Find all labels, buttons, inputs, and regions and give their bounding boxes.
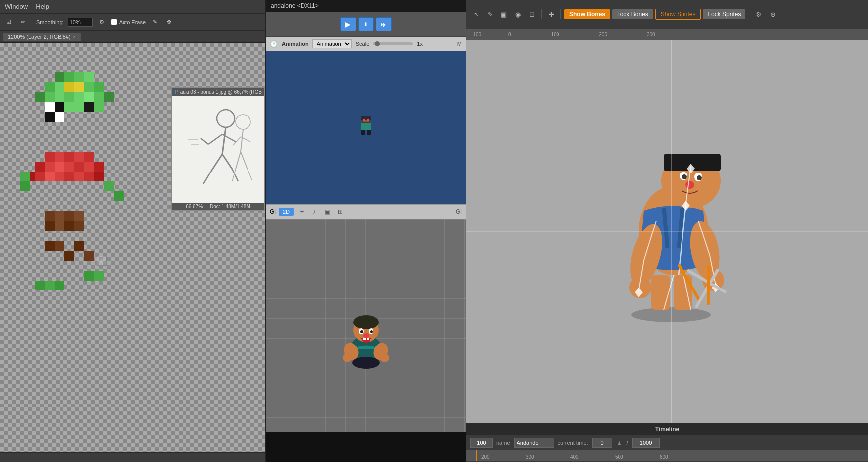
svg-rect-37 (64, 162, 74, 172)
svg-rect-69 (104, 181, 114, 191)
svg-rect-30 (55, 152, 64, 162)
svg-rect-32 (74, 152, 84, 162)
playhead[interactable] (476, 450, 477, 461)
settings-icon[interactable]: ⚙ (97, 17, 107, 27)
svg-rect-36 (55, 162, 64, 172)
svg-rect-13 (45, 92, 55, 102)
tl-mark-500: 500 (615, 454, 623, 460)
tool-icon-4[interactable]: ◉ (512, 8, 524, 20)
expand-icon[interactable]: ⊞ (335, 207, 345, 217)
svg-rect-67 (20, 172, 30, 181)
document-tab[interactable]: 1200% (Layer 2, RGB/8#) × (3, 33, 81, 41)
svg-rect-0 (55, 72, 64, 82)
ref-content (172, 96, 264, 203)
canvas-area: P aula 03 - bonus 1.jpg @ 66,7% (RGB (0, 43, 265, 452)
lock-sprites-button[interactable]: Lock Sprites (703, 9, 745, 19)
screen-icon[interactable]: ▣ (322, 207, 332, 217)
menu-window[interactable]: Window (5, 3, 28, 10)
bottom-black-bar (266, 432, 466, 462)
tl-mark-400: 400 (570, 454, 579, 460)
svg-rect-70 (114, 191, 124, 201)
svg-rect-47 (84, 172, 94, 181)
animation-name-input[interactable] (514, 438, 554, 448)
end-time-input[interactable] (632, 438, 660, 448)
toolbar-sep-3 (749, 9, 749, 19)
animation-label: Animation (282, 41, 309, 47)
toolbar-sep-2 (560, 9, 561, 19)
next-frame-button[interactable]: ⏭ (376, 17, 392, 31)
lock-bones-button[interactable]: Lock Bones (612, 9, 653, 19)
svg-rect-16 (74, 92, 84, 102)
tool-icon-3[interactable]: ▣ (498, 8, 510, 20)
smoothing-input[interactable] (68, 18, 93, 27)
svg-rect-98 (367, 119, 369, 121)
svg-rect-33 (84, 152, 94, 162)
tool-select[interactable]: ☑ (4, 17, 14, 27)
spine-ruler: -100 0 100 200 300 (466, 29, 868, 40)
svg-rect-48 (94, 172, 104, 181)
extra-icon[interactable]: ⊕ (767, 8, 779, 20)
current-time-input[interactable] (592, 438, 612, 448)
2d-button[interactable]: 2D (279, 208, 294, 216)
svg-rect-22 (64, 102, 74, 112)
tool-extra-2[interactable]: ✤ (164, 17, 174, 27)
settings-icon[interactable]: ⚙ (753, 8, 765, 20)
svg-rect-5 (55, 82, 64, 92)
svg-point-113 (380, 353, 389, 362)
scene-view (266, 219, 466, 432)
toolbar-separator (32, 17, 32, 27)
svg-rect-97 (363, 119, 365, 121)
tool-brush[interactable]: ✏ (18, 17, 28, 27)
ref-footer: 66.67% Doc: 1.48M/1.48M (172, 203, 264, 210)
gi-label: Gi (456, 208, 462, 215)
timeline-section: Timeline name current time: ▲ / 200 300 … (466, 423, 868, 462)
tool-icon-2[interactable]: ✎ (484, 8, 496, 20)
menu-help[interactable]: Help (36, 3, 49, 10)
ruler-200: 200 (599, 32, 607, 37)
svg-rect-109 (367, 338, 369, 340)
tl-mark-600: 600 (660, 454, 668, 460)
svg-rect-61 (84, 251, 94, 261)
ref-titlebar: P aula 03 - bonus 1.jpg @ 66,7% (RGB (172, 88, 264, 96)
svg-rect-55 (64, 221, 74, 231)
sun-icon[interactable]: ☀ (297, 207, 307, 217)
svg-rect-64 (55, 281, 64, 290)
pause-button[interactable]: ⏸ (358, 17, 374, 31)
svg-rect-56 (74, 221, 84, 231)
tool-icon-1[interactable]: ↖ (470, 8, 482, 20)
scene-character (336, 304, 396, 369)
tool-icon-6[interactable]: ✤ (545, 8, 557, 20)
scale-track[interactable] (373, 42, 413, 45)
ruler-0: 0 (508, 32, 511, 37)
tool-icon-5[interactable]: ⊡ (526, 8, 538, 20)
svg-rect-53 (45, 221, 55, 231)
svg-rect-54 (55, 221, 64, 231)
svg-rect-35 (45, 162, 55, 172)
svg-rect-39 (84, 162, 94, 172)
play-button[interactable]: ▶ (340, 17, 356, 31)
scene-selector[interactable]: Animation (312, 39, 352, 48)
doc-tab-title: 1200% (Layer 2, RGB/8#) (8, 34, 71, 40)
show-bones-button[interactable]: Show Bones (564, 9, 610, 19)
audio-icon[interactable]: ♪ (310, 207, 319, 217)
ref-title: aula 03 - bonus 1.jpg @ 66,7% (RGB (180, 89, 262, 95)
zoom-level: 66.67% (186, 204, 203, 209)
ruler-300: 300 (647, 32, 655, 37)
close-icon[interactable]: × (73, 34, 76, 39)
app-title: andalone <DX11> (271, 2, 319, 9)
frame-input[interactable] (470, 438, 493, 448)
pixel-art-character (20, 72, 159, 345)
svg-point-105 (370, 330, 373, 333)
svg-rect-45 (64, 172, 74, 181)
auto-erase-label[interactable]: Auto Erase (111, 19, 146, 25)
auto-erase-checkbox[interactable] (111, 19, 117, 25)
svg-rect-34 (35, 162, 45, 172)
time-stepper-up[interactable]: ▲ (616, 439, 623, 447)
show-sprites-button[interactable]: Show Sprites (655, 9, 701, 20)
svg-rect-60 (74, 241, 84, 251)
tool-extra-1[interactable]: ✎ (150, 17, 160, 27)
reference-image-panel[interactable]: P aula 03 - bonus 1.jpg @ 66,7% (RGB (171, 87, 265, 211)
svg-rect-9 (94, 82, 104, 92)
current-time-label: current time: (558, 440, 588, 446)
svg-rect-14 (55, 92, 64, 102)
